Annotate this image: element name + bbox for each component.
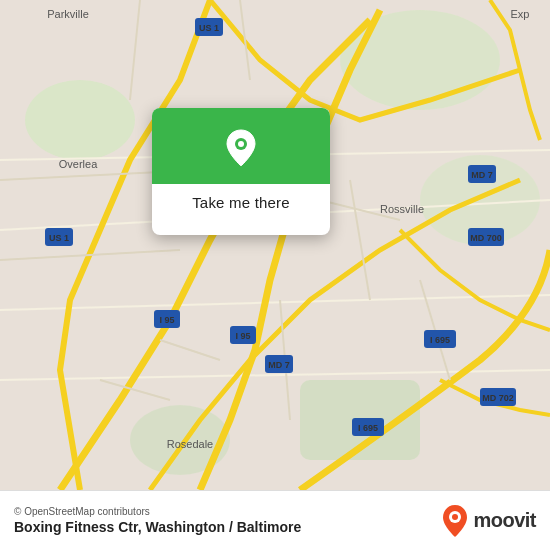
osm-credit: © OpenStreetMap contributors (14, 506, 301, 517)
svg-text:US 1: US 1 (49, 233, 69, 243)
popup-card: Take me there (152, 108, 330, 235)
svg-point-47 (238, 141, 244, 147)
footer-left: © OpenStreetMap contributors Boxing Fitn… (14, 506, 301, 535)
moovit-logo: moovit (441, 504, 536, 538)
svg-text:MD 7: MD 7 (471, 170, 493, 180)
svg-text:I 95: I 95 (159, 315, 174, 325)
svg-text:US 1: US 1 (199, 23, 219, 33)
card-pointer (229, 221, 253, 235)
svg-text:Exp: Exp (511, 8, 530, 20)
location-pin-icon (219, 126, 263, 170)
svg-text:MD 700: MD 700 (470, 233, 502, 243)
svg-text:I 695: I 695 (358, 423, 378, 433)
svg-text:Parkville: Parkville (47, 8, 89, 20)
svg-text:I 695: I 695 (430, 335, 450, 345)
svg-text:Overlea: Overlea (59, 158, 98, 170)
svg-text:MD 702: MD 702 (482, 393, 514, 403)
svg-text:Rosedale: Rosedale (167, 438, 213, 450)
place-name: Boxing Fitness Ctr, Washington / Baltimo… (14, 519, 301, 535)
moovit-text: moovit (473, 509, 536, 532)
moovit-pin-icon (441, 504, 469, 538)
popup-green-area (152, 108, 330, 184)
svg-point-49 (452, 514, 458, 520)
svg-point-1 (25, 80, 135, 160)
footer-bar: © OpenStreetMap contributors Boxing Fitn… (0, 490, 550, 550)
svg-text:Rossville: Rossville (380, 203, 424, 215)
take-me-there-button[interactable]: Take me there (152, 184, 330, 221)
map-container: US 1 US 1 I 95 I 95 I 695 I 695 MD 7 MD … (0, 0, 550, 490)
svg-text:I 95: I 95 (235, 331, 250, 341)
svg-text:MD 7: MD 7 (268, 360, 290, 370)
